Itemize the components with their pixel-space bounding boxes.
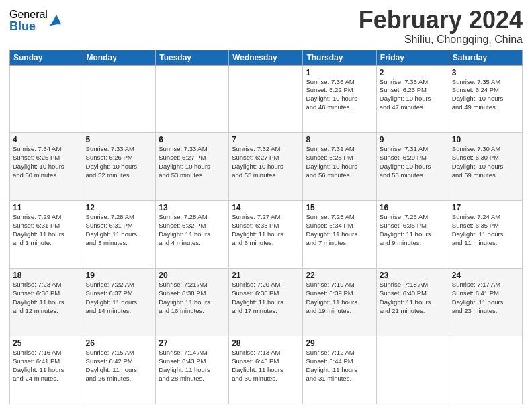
- table-row: 17Sunrise: 7:24 AM Sunset: 6:35 PM Dayli…: [449, 201, 522, 269]
- table-row: 23Sunrise: 7:18 AM Sunset: 6:40 PM Dayli…: [376, 269, 449, 336]
- day-number: 8: [306, 135, 373, 144]
- day-info: Sunrise: 7:24 AM Sunset: 6:35 PM Dayligh…: [452, 213, 519, 247]
- day-info: Sunrise: 7:19 AM Sunset: 6:39 PM Dayligh…: [306, 281, 373, 315]
- table-row: 16Sunrise: 7:25 AM Sunset: 6:35 PM Dayli…: [376, 201, 449, 269]
- day-info: Sunrise: 7:31 AM Sunset: 6:29 PM Dayligh…: [380, 145, 446, 179]
- table-row: [10, 65, 83, 133]
- day-number: 1: [306, 68, 373, 77]
- day-info: Sunrise: 7:12 AM Sunset: 6:44 PM Dayligh…: [306, 349, 373, 383]
- day-info: Sunrise: 7:14 AM Sunset: 6:43 PM Dayligh…: [159, 349, 226, 383]
- day-number: 26: [86, 338, 153, 348]
- table-row: 22Sunrise: 7:19 AM Sunset: 6:39 PM Dayli…: [303, 269, 376, 336]
- day-info: Sunrise: 7:36 AM Sunset: 6:22 PM Dayligh…: [306, 78, 373, 112]
- day-info: Sunrise: 7:13 AM Sunset: 6:43 PM Dayligh…: [232, 349, 300, 383]
- day-info: Sunrise: 7:20 AM Sunset: 6:38 PM Dayligh…: [232, 281, 300, 315]
- day-info: Sunrise: 7:30 AM Sunset: 6:30 PM Dayligh…: [452, 145, 519, 179]
- table-row: [156, 65, 229, 133]
- day-number: 16: [380, 203, 446, 212]
- table-row: 28Sunrise: 7:13 AM Sunset: 6:43 PM Dayli…: [229, 336, 303, 404]
- calendar-week-row: 25Sunrise: 7:16 AM Sunset: 6:41 PM Dayli…: [10, 336, 523, 404]
- calendar-week-row: 1Sunrise: 7:36 AM Sunset: 6:22 PM Daylig…: [10, 65, 523, 133]
- day-info: Sunrise: 7:17 AM Sunset: 6:41 PM Dayligh…: [452, 281, 519, 315]
- table-row: 15Sunrise: 7:26 AM Sunset: 6:34 PM Dayli…: [303, 201, 376, 269]
- table-row: 24Sunrise: 7:17 AM Sunset: 6:41 PM Dayli…: [449, 269, 522, 336]
- day-number: 13: [159, 203, 226, 212]
- day-number: 29: [306, 338, 373, 348]
- day-info: Sunrise: 7:21 AM Sunset: 6:38 PM Dayligh…: [159, 281, 226, 315]
- day-number: 17: [452, 203, 519, 212]
- day-info: Sunrise: 7:22 AM Sunset: 6:37 PM Dayligh…: [86, 281, 153, 315]
- day-number: 25: [13, 338, 80, 348]
- day-number: 6: [159, 135, 226, 144]
- day-info: Sunrise: 7:15 AM Sunset: 6:42 PM Dayligh…: [86, 349, 153, 383]
- day-number: 15: [306, 203, 373, 212]
- table-row: 14Sunrise: 7:27 AM Sunset: 6:33 PM Dayli…: [229, 201, 303, 269]
- day-info: Sunrise: 7:28 AM Sunset: 6:32 PM Dayligh…: [159, 213, 226, 247]
- table-row: 1Sunrise: 7:36 AM Sunset: 6:22 PM Daylig…: [303, 65, 376, 133]
- day-number: 5: [86, 135, 153, 144]
- col-saturday: Saturday: [449, 50, 522, 65]
- day-info: Sunrise: 7:33 AM Sunset: 6:27 PM Dayligh…: [159, 145, 226, 179]
- calendar-week-row: 18Sunrise: 7:23 AM Sunset: 6:36 PM Dayli…: [10, 269, 523, 336]
- day-info: Sunrise: 7:31 AM Sunset: 6:28 PM Dayligh…: [306, 145, 373, 179]
- table-row: 9Sunrise: 7:31 AM Sunset: 6:29 PM Daylig…: [376, 133, 449, 201]
- table-row: [376, 336, 449, 404]
- day-number: 4: [13, 135, 80, 144]
- table-row: 8Sunrise: 7:31 AM Sunset: 6:28 PM Daylig…: [303, 133, 376, 201]
- col-wednesday: Wednesday: [229, 50, 303, 65]
- table-row: 11Sunrise: 7:29 AM Sunset: 6:31 PM Dayli…: [10, 201, 83, 269]
- table-row: 7Sunrise: 7:32 AM Sunset: 6:27 PM Daylig…: [229, 133, 303, 201]
- col-friday: Friday: [376, 50, 449, 65]
- day-number: 14: [232, 203, 300, 212]
- table-row: 20Sunrise: 7:21 AM Sunset: 6:38 PM Dayli…: [156, 269, 229, 336]
- logo-text: General Blue: [9, 9, 48, 32]
- day-number: 12: [86, 203, 153, 212]
- day-number: 24: [452, 271, 519, 280]
- table-row: 19Sunrise: 7:22 AM Sunset: 6:37 PM Dayli…: [83, 269, 156, 336]
- logo-blue: Blue: [9, 20, 48, 32]
- day-info: Sunrise: 7:28 AM Sunset: 6:31 PM Dayligh…: [86, 213, 153, 247]
- table-row: 27Sunrise: 7:14 AM Sunset: 6:43 PM Dayli…: [156, 336, 229, 404]
- calendar-page: General Blue February 2024 Shiliu, Chong…: [0, 0, 532, 411]
- table-row: 2Sunrise: 7:35 AM Sunset: 6:23 PM Daylig…: [376, 65, 449, 133]
- location: Shiliu, Chongqing, China: [359, 34, 523, 46]
- calendar-week-row: 11Sunrise: 7:29 AM Sunset: 6:31 PM Dayli…: [10, 201, 523, 269]
- col-tuesday: Tuesday: [156, 50, 229, 65]
- calendar-table: Sunday Monday Tuesday Wednesday Thursday…: [9, 50, 523, 404]
- calendar-week-row: 4Sunrise: 7:34 AM Sunset: 6:25 PM Daylig…: [10, 133, 523, 201]
- day-info: Sunrise: 7:23 AM Sunset: 6:36 PM Dayligh…: [13, 281, 80, 315]
- month-title: February 2024: [359, 7, 523, 34]
- day-info: Sunrise: 7:27 AM Sunset: 6:33 PM Dayligh…: [232, 213, 300, 247]
- day-info: Sunrise: 7:35 AM Sunset: 6:24 PM Dayligh…: [452, 78, 519, 112]
- day-number: 3: [452, 68, 519, 77]
- table-row: 21Sunrise: 7:20 AM Sunset: 6:38 PM Dayli…: [229, 269, 303, 336]
- title-block: February 2024 Shiliu, Chongqing, China: [359, 7, 523, 46]
- table-row: [229, 65, 303, 133]
- logo-general: General: [9, 9, 48, 20]
- table-row: 12Sunrise: 7:28 AM Sunset: 6:31 PM Dayli…: [83, 201, 156, 269]
- table-row: 5Sunrise: 7:33 AM Sunset: 6:26 PM Daylig…: [83, 133, 156, 201]
- table-row: 6Sunrise: 7:33 AM Sunset: 6:27 PM Daylig…: [156, 133, 229, 201]
- logo: General Blue: [9, 9, 64, 32]
- table-row: 18Sunrise: 7:23 AM Sunset: 6:36 PM Dayli…: [10, 269, 83, 336]
- day-number: 2: [380, 68, 446, 77]
- day-info: Sunrise: 7:18 AM Sunset: 6:40 PM Dayligh…: [380, 281, 446, 315]
- day-number: 19: [86, 271, 153, 280]
- day-number: 9: [380, 135, 446, 144]
- table-row: 3Sunrise: 7:35 AM Sunset: 6:24 PM Daylig…: [449, 65, 522, 133]
- header-row: Sunday Monday Tuesday Wednesday Thursday…: [10, 50, 523, 65]
- col-sunday: Sunday: [10, 50, 83, 65]
- day-number: 11: [13, 203, 80, 212]
- day-info: Sunrise: 7:32 AM Sunset: 6:27 PM Dayligh…: [232, 145, 300, 179]
- day-number: 18: [13, 271, 80, 280]
- day-info: Sunrise: 7:26 AM Sunset: 6:34 PM Dayligh…: [306, 213, 373, 247]
- table-row: 26Sunrise: 7:15 AM Sunset: 6:42 PM Dayli…: [83, 336, 156, 404]
- day-number: 22: [306, 271, 373, 280]
- day-number: 7: [232, 135, 300, 144]
- table-row: [83, 65, 156, 133]
- day-number: 21: [232, 271, 300, 280]
- day-info: Sunrise: 7:33 AM Sunset: 6:26 PM Dayligh…: [86, 145, 153, 179]
- table-row: 13Sunrise: 7:28 AM Sunset: 6:32 PM Dayli…: [156, 201, 229, 269]
- day-info: Sunrise: 7:16 AM Sunset: 6:41 PM Dayligh…: [13, 349, 80, 383]
- day-number: 28: [232, 338, 300, 348]
